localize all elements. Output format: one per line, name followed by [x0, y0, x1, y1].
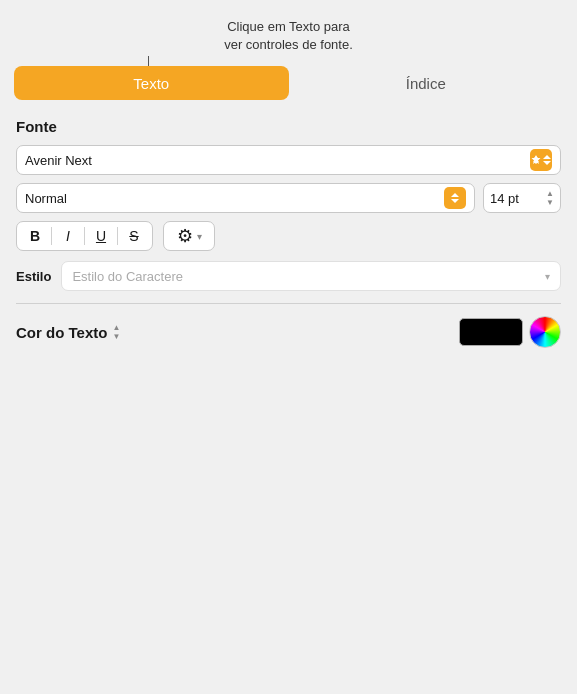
font-style-spinner[interactable]	[444, 187, 466, 209]
style-size-row: Normal 14 pt ▲ ▼	[16, 183, 561, 213]
tab-texto[interactable]: Texto	[14, 66, 289, 100]
tab-indice[interactable]: Índice	[289, 66, 564, 100]
gear-icon: ⚙	[177, 225, 193, 247]
tabs-container: Texto Índice	[0, 66, 577, 100]
size-stepper-arrows[interactable]: ▲ ▼	[546, 190, 554, 207]
underline-button[interactable]: U	[87, 223, 115, 249]
fonte-section-label: Fonte	[16, 118, 561, 135]
estilo-label: Estilo	[16, 269, 51, 284]
font-style-select[interactable]: Normal	[16, 183, 475, 213]
color-label-group: Cor do Texto ▲ ▼	[16, 324, 120, 341]
char-style-placeholder: Estilo do Caractere	[72, 269, 183, 284]
color-up-arrow[interactable]: ▲	[112, 324, 120, 332]
italic-button[interactable]: I	[54, 223, 82, 249]
font-name-spinner[interactable]	[530, 149, 552, 171]
tooltip-line2: ver controles de fonte.	[224, 37, 353, 52]
estilo-row: Estilo Estilo do Caractere ▾	[16, 261, 561, 291]
spinner-icon	[530, 154, 542, 166]
gear-chevron-icon: ▾	[197, 231, 202, 242]
color-controls	[459, 316, 561, 348]
format-row: B I U S ⚙ ▾	[16, 221, 561, 251]
panel: Fonte Avenir Next Normal	[0, 118, 577, 348]
size-down-arrow[interactable]: ▼	[546, 199, 554, 207]
char-style-select[interactable]: Estilo do Caractere ▾	[61, 261, 561, 291]
tooltip: Clique em Texto para ver controles de fo…	[0, 0, 577, 66]
font-size-stepper[interactable]: 14 pt ▲ ▼	[483, 183, 561, 213]
color-wheel-button[interactable]	[529, 316, 561, 348]
updown-icon2	[450, 192, 460, 204]
font-name-row: Avenir Next	[16, 145, 561, 175]
color-down-arrow[interactable]: ▼	[112, 333, 120, 341]
font-size-value: 14 pt	[490, 191, 519, 206]
font-name-select[interactable]: Avenir Next	[16, 145, 561, 175]
divider-1	[51, 227, 52, 245]
font-name-value: Avenir Next	[25, 153, 92, 168]
section-divider	[16, 303, 561, 304]
color-stepper[interactable]: ▲ ▼	[112, 324, 120, 341]
color-row: Cor do Texto ▲ ▼	[16, 316, 561, 348]
font-style-value: Normal	[25, 191, 67, 206]
color-swatch[interactable]	[459, 318, 523, 346]
color-label: Cor do Texto	[16, 324, 107, 341]
size-up-arrow[interactable]: ▲	[546, 190, 554, 198]
gear-button[interactable]: ⚙ ▾	[163, 221, 215, 251]
strikethrough-button[interactable]: S	[120, 223, 148, 249]
char-style-chevron-icon: ▾	[545, 271, 550, 282]
tooltip-line1: Clique em Texto para	[227, 19, 350, 34]
format-buttons-group: B I U S	[16, 221, 153, 251]
divider-2	[84, 227, 85, 245]
divider-3	[117, 227, 118, 245]
bold-button[interactable]: B	[21, 223, 49, 249]
svg-marker-0	[533, 156, 539, 159]
updown-icon	[542, 154, 552, 166]
